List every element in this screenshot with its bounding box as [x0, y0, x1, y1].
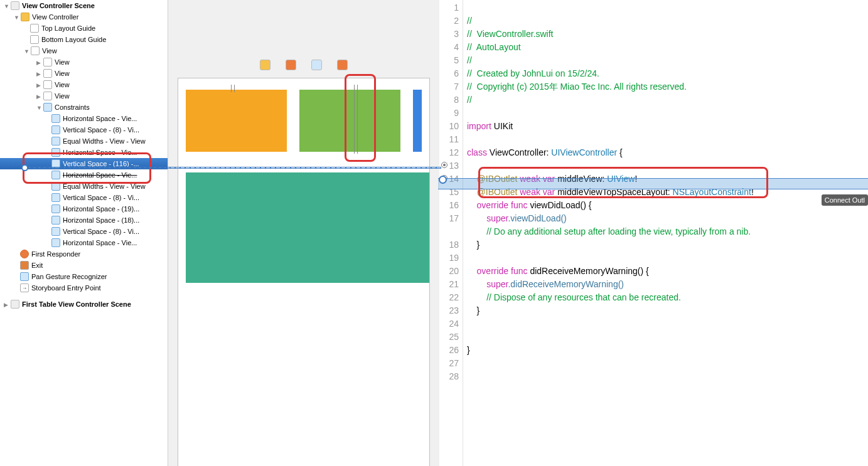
connection-drop-anchor — [439, 176, 447, 184]
first-responder-icon — [20, 250, 29, 258]
connection-drag-origin — [21, 164, 28, 171]
controller-icon — [21, 13, 29, 21]
vc-label: View Controller — [32, 13, 78, 21]
scene-row[interactable]: View Controller Scene — [0, 0, 168, 11]
constraint-icon — [51, 125, 60, 134]
constraint-row[interactable]: Horizontal Space - (18)... — [0, 214, 168, 226]
constraint-row[interactable]: Horizontal Space - Vie... — [0, 113, 168, 124]
constraint-icon — [51, 204, 60, 213]
first-responder-row[interactable]: First Responder — [0, 248, 168, 260]
constraint-icon — [51, 182, 60, 191]
document-outline[interactable]: View Controller Scene View Controller To… — [0, 0, 168, 466]
constraint-icon — [51, 193, 60, 202]
outlet-connector[interactable] — [441, 162, 447, 168]
constraint-icon — [51, 148, 60, 157]
orange-view[interactable] — [186, 90, 287, 152]
line-gutter: 1234567891011121314151617 18192021222324… — [439, 0, 463, 466]
constraint-row[interactable]: Vertical Space - (8) - Vi... — [0, 124, 168, 135]
exit-row[interactable]: Exit — [0, 260, 168, 271]
view-icon — [43, 92, 52, 100]
constraint-row[interactable]: Horizontal Space - Vie... — [0, 237, 168, 248]
guide-icon — [30, 24, 39, 33]
constraint-row[interactable]: Vertical Space - (8) - Vi... — [0, 226, 168, 237]
constraints-icon — [43, 103, 52, 112]
constraint-icon — [51, 137, 60, 146]
subview-row[interactable]: View — [0, 56, 168, 68]
exit-icon — [20, 261, 29, 270]
constraint-row[interactable]: Equal Widths - View - View — [0, 181, 168, 192]
blg-row[interactable]: Bottom Layout Guide — [0, 34, 168, 45]
constraint-icon — [51, 216, 60, 225]
exit-canvas-icon[interactable] — [337, 60, 348, 70]
source-editor[interactable]: 1234567891011121314151617 18192021222324… — [439, 0, 868, 466]
pgr-row[interactable]: Pan Gesture Recognizer — [0, 271, 168, 282]
guide-icon — [30, 35, 39, 44]
subview-row[interactable]: View — [0, 79, 168, 90]
gesture-canvas-icon[interactable] — [311, 60, 322, 70]
gesture-icon — [20, 272, 29, 281]
annotation-box-code — [478, 167, 768, 198]
fr-canvas-icon[interactable] — [286, 60, 296, 70]
tlg-row[interactable]: Top Layout Guide — [0, 23, 168, 34]
scene-label: View Controller Scene — [22, 2, 95, 9]
view-icon — [43, 80, 52, 89]
constraint-row[interactable]: Horizontal Space - (19)... — [0, 203, 168, 214]
constraint-indicator — [231, 85, 235, 92]
device-frame[interactable] — [178, 78, 430, 466]
constraint-icon — [51, 238, 60, 247]
view-row[interactable]: View — [0, 45, 168, 56]
arrow-icon: → — [20, 283, 29, 292]
subview-row[interactable]: View — [0, 68, 168, 79]
subview-row[interactable]: View — [0, 90, 168, 102]
scene-icon — [11, 1, 19, 10]
constraint-icon — [51, 227, 60, 236]
annotation-box-canvas — [345, 74, 376, 162]
blue-view[interactable] — [413, 90, 422, 152]
constraints-row[interactable]: Constraints — [0, 102, 168, 113]
view-icon — [43, 69, 52, 78]
vc-canvas-icon[interactable] — [260, 60, 271, 70]
entry-point-row[interactable]: →Storyboard Entry Point — [0, 282, 168, 294]
constraint-icon — [51, 114, 60, 123]
connection-tooltip: Connect Outl — [822, 194, 868, 206]
constraint-row[interactable]: Equal Widths - View - View — [0, 135, 168, 147]
scene2-row[interactable]: First Table View Controller Scene — [0, 299, 168, 310]
scene-icon — [11, 300, 19, 309]
interface-builder-canvas[interactable] — [168, 0, 439, 466]
teal-view[interactable] — [186, 172, 429, 283]
vc-row[interactable]: View Controller — [0, 11, 168, 23]
code-content[interactable]: // // ViewController.swift // AutoLayout… — [463, 0, 868, 466]
connection-drag-line — [23, 167, 441, 169]
constraint-row[interactable]: Vertical Space - (8) - Vi... — [0, 192, 168, 203]
canvas-toolbar — [260, 60, 348, 70]
constraint-icon — [51, 171, 60, 179]
constraint-row[interactable]: Horizontal Space - Vie... — [0, 147, 168, 158]
view-icon — [43, 58, 52, 66]
view-icon — [31, 46, 40, 55]
